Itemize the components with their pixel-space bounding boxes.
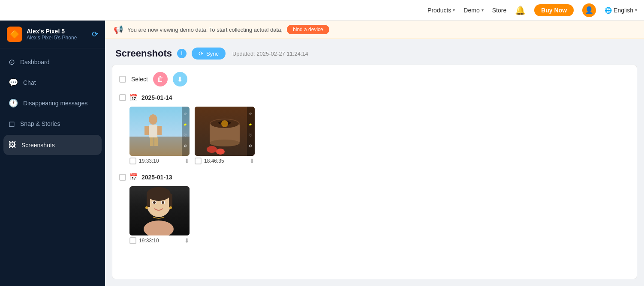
- demo-banner: 📢 You are now viewing demo data. To star…: [105, 21, 644, 39]
- demo-label: Demo: [463, 7, 479, 14]
- sidebar-item-chat[interactable]: 💬 Chat: [0, 72, 105, 93]
- screenshot-checkbox[interactable]: [195, 158, 202, 164]
- info-icon[interactable]: i: [177, 49, 187, 58]
- svg-text:★: ★: [184, 122, 187, 127]
- page-header: Screenshots i ⟳ Sync Updated: 2025-02-27…: [105, 39, 644, 65]
- download-all-button[interactable]: ⬇: [173, 72, 187, 86]
- device-info: Alex's Pixel 5 Alex's Pixel 5's Phone: [27, 28, 77, 41]
- svg-point-33: [153, 201, 156, 204]
- language-selector[interactable]: 🌐 English ▾: [605, 7, 637, 14]
- svg-text:☆: ☆: [184, 112, 187, 116]
- screenshot-time: 18:46:35: [204, 158, 247, 164]
- svg-point-28: [147, 187, 171, 201]
- disappearing-icon: 🕐: [9, 98, 18, 108]
- sidebar-header: 🔶 Alex's Pixel 5 Alex's Pixel 5's Phone …: [0, 21, 105, 48]
- screenshots-container: Select 🗑 ⬇ 📅 2025-01-14: [112, 65, 637, 279]
- device-subtitle: Alex's Pixel 5's Phone: [27, 35, 77, 41]
- sync-spin-icon: ⟳: [199, 50, 204, 57]
- screenshot-footer: 19:33:10 ⬇: [129, 158, 190, 164]
- user-avatar[interactable]: 👤: [582, 3, 596, 17]
- language-label: English: [614, 7, 633, 14]
- date-group-checkbox[interactable]: [119, 94, 126, 101]
- sidebar-item-label: Snap & Stories: [20, 120, 60, 127]
- sync-button[interactable]: ⟳ Sync: [192, 48, 226, 60]
- sidebar-item-screenshots[interactable]: 🖼 Screenshots: [3, 135, 102, 155]
- screenshot-thumbnail[interactable]: ☆ ★ ♡ ⚙: [195, 107, 255, 156]
- svg-point-35: [145, 206, 148, 209]
- date-group-checkbox[interactable]: [119, 174, 126, 181]
- date-label: 2025-01-14: [141, 94, 172, 101]
- date-header: 📅 2025-01-13: [119, 173, 630, 181]
- delete-button[interactable]: 🗑: [153, 72, 168, 86]
- top-navigation: Products ▾ Demo ▾ Store 🔔 Buy Now 👤 🌐 En…: [0, 0, 644, 21]
- main-layout: 🔶 Alex's Pixel 5 Alex's Pixel 5's Phone …: [0, 21, 644, 286]
- app-logo: 🔶: [7, 27, 22, 42]
- screenshot-download-button[interactable]: ⬇: [250, 158, 255, 164]
- buy-now-button[interactable]: Buy Now: [534, 4, 574, 16]
- globe-icon: 🌐: [605, 7, 612, 14]
- page-title: Screenshots: [115, 48, 172, 59]
- select-bar: Select 🗑 ⬇: [119, 72, 630, 86]
- sidebar: 🔶 Alex's Pixel 5 Alex's Pixel 5's Phone …: [0, 21, 105, 286]
- svg-point-16: [210, 140, 240, 146]
- select-all-checkbox[interactable]: [119, 76, 126, 83]
- chat-icon: 💬: [9, 78, 18, 87]
- bind-device-button[interactable]: bind a device: [287, 25, 329, 34]
- dashboard-icon: ⊙: [9, 57, 15, 67]
- svg-rect-30: [169, 194, 172, 207]
- notifications-bell-icon[interactable]: 🔔: [515, 5, 526, 15]
- products-menu[interactable]: Products ▾: [427, 7, 455, 14]
- date-header: 📅 2025-01-14: [119, 93, 630, 101]
- screenshot-footer: 18:46:35 ⬇: [195, 158, 255, 164]
- sidebar-item-snap[interactable]: ◻ Snap & Stories: [0, 113, 105, 134]
- sidebar-item-dashboard[interactable]: ⊙ Dashboard: [0, 52, 105, 72]
- sidebar-item-disappearing[interactable]: 🕐 Disappearing messages: [0, 93, 105, 113]
- date-label: 2025-01-13: [141, 174, 172, 181]
- updated-timestamp: Updated: 2025-02-27 11:24:14: [232, 51, 308, 57]
- sidebar-navigation: ⊙ Dashboard 💬 Chat 🕐 Disappearing messag…: [0, 48, 105, 159]
- language-chevron-icon: ▾: [635, 8, 637, 12]
- svg-text:☆: ☆: [249, 112, 252, 116]
- calendar-icon: 📅: [129, 93, 138, 101]
- sidebar-item-label: Screenshots: [21, 142, 55, 149]
- demo-banner-text: You are now viewing demo data. To start …: [127, 27, 283, 33]
- svg-point-20: [216, 149, 225, 155]
- screenshot-time: 19:33:10: [139, 238, 182, 244]
- sync-button-label: Sync: [206, 51, 219, 57]
- svg-rect-1: [129, 137, 190, 156]
- svg-text:♡: ♡: [184, 133, 187, 137]
- store-label: Store: [492, 7, 506, 14]
- svg-rect-3: [149, 125, 157, 137]
- products-chevron-icon: ▾: [453, 8, 455, 12]
- date-group-2025-01-14: 📅 2025-01-14: [119, 93, 630, 164]
- svg-rect-6: [144, 126, 149, 135]
- screenshot-grid: 19:33:10 ⬇: [119, 186, 630, 244]
- screenshot-thumbnail[interactable]: ☆ ★ ♡ ⚙: [129, 107, 190, 156]
- list-item: ☆ ★ ♡ ⚙ 19:33:10 ⬇: [129, 107, 190, 164]
- list-item: 19:33:10 ⬇: [129, 186, 190, 244]
- main-content: 📢 You are now viewing demo data. To star…: [105, 21, 644, 286]
- svg-point-18: [221, 120, 228, 127]
- store-link[interactable]: Store: [492, 7, 506, 14]
- screenshot-download-button[interactable]: ⬇: [184, 158, 190, 164]
- svg-rect-7: [157, 126, 162, 135]
- calendar-icon: 📅: [129, 173, 138, 181]
- device-name: Alex's Pixel 5: [27, 28, 77, 35]
- svg-point-19: [207, 146, 217, 153]
- screenshot-footer: 19:33:10 ⬇: [129, 237, 190, 244]
- screenshot-download-button[interactable]: ⬇: [184, 237, 190, 244]
- svg-text:⚙: ⚙: [184, 144, 187, 148]
- screenshot-grid: ☆ ★ ♡ ⚙ 19:33:10 ⬇: [119, 107, 630, 164]
- screenshot-time: 19:33:10: [139, 158, 182, 164]
- screenshot-checkbox[interactable]: [129, 158, 136, 164]
- sidebar-sync-icon[interactable]: ⟳: [92, 30, 98, 39]
- demo-menu[interactable]: Demo ▾: [463, 7, 483, 14]
- svg-point-34: [162, 201, 164, 204]
- screenshot-thumbnail[interactable]: [129, 186, 190, 235]
- screenshots-icon: 🖼: [9, 140, 16, 149]
- svg-rect-5: [154, 137, 158, 146]
- products-label: Products: [427, 7, 451, 14]
- svg-text:⚙: ⚙: [249, 144, 252, 148]
- svg-point-36: [169, 206, 172, 209]
- screenshot-checkbox[interactable]: [129, 237, 136, 244]
